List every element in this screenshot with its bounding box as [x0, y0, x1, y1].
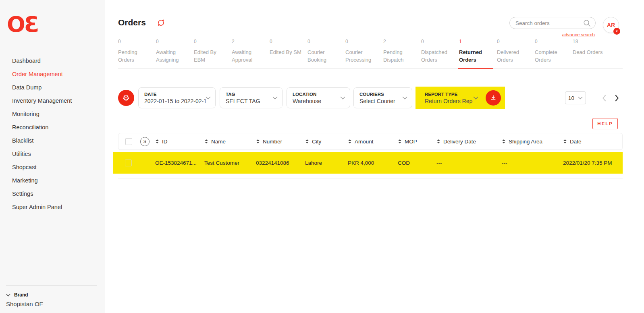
column-header-delivery-date[interactable]: Delivery Date: [437, 139, 502, 145]
column-header-date[interactable]: Date: [563, 139, 622, 145]
tab-pending-orders[interactable]: 0Pending Orders: [118, 38, 150, 68]
tab-count: 2: [383, 38, 415, 46]
column-label: Date: [570, 139, 582, 145]
select-all-checkbox[interactable]: [125, 138, 132, 145]
chevron-down-icon: [272, 96, 278, 99]
sidebar-item-data-dump[interactable]: Data Dump: [12, 81, 105, 94]
tab-edited-by-ebm[interactable]: 0Edited By EBM: [194, 38, 226, 68]
sidebar-item-blacklist[interactable]: Blacklist: [12, 134, 105, 147]
report-type-dropdown[interactable]: REPORT TYPE Return Orders Report: [419, 87, 483, 108]
download-report-button[interactable]: [486, 90, 501, 106]
tab-count: 0: [270, 38, 301, 46]
sidebar-nav: Dashboard Order Management Data Dump Inv…: [6, 54, 105, 214]
couriers-filter-dropdown[interactable]: COURIERS Select Courier: [353, 87, 412, 108]
sidebar-item-marketing[interactable]: Marketing: [12, 174, 105, 187]
refresh-button[interactable]: [156, 18, 166, 27]
tab-awaiting-assigning[interactable]: 0Awaiting Assigning: [156, 38, 188, 68]
select-badge-letter: S: [143, 139, 146, 144]
report-type-value: Return Orders Report: [425, 98, 473, 104]
column-header-shipping-area[interactable]: Shipping Area: [502, 139, 563, 145]
sidebar-item-settings[interactable]: Settings: [12, 187, 105, 200]
sidebar-item-shopcast[interactable]: Shopcast: [12, 160, 105, 174]
tab-pending-dispatch[interactable]: 2Pending Dispatch: [383, 38, 415, 68]
tab-label: Returned Orders: [459, 48, 491, 64]
tab-count: 2: [232, 38, 264, 46]
sidebar-item-monitoring[interactable]: Monitoring: [12, 107, 105, 120]
filter-bar: ⚙ DATE 2022-01-15 to 2022-02-13 TAG SELE…: [118, 87, 644, 109]
column-header-city[interactable]: City: [305, 139, 348, 145]
sidebar-item-inventory-management[interactable]: Inventory Management: [12, 94, 105, 107]
column-label: ID: [162, 139, 168, 145]
tab-courier-processing[interactable]: 0Courier Processing: [345, 38, 377, 68]
cell-id: OE-153824671...: [155, 160, 204, 166]
select-badge[interactable]: S: [140, 137, 150, 146]
gear-icon: ⚙: [123, 93, 130, 103]
column-label: Shipping Area: [509, 139, 542, 145]
location-filter-value: Warehouse: [293, 98, 340, 104]
sort-icon: [305, 139, 309, 143]
row-checkbox[interactable]: [125, 160, 132, 166]
sidebar: OƐ Dashboard Order Management Data Dump …: [0, 0, 105, 313]
tab-count: 18: [573, 38, 605, 46]
tab-returned-orders[interactable]: 1Returned Orders: [459, 38, 491, 68]
location-filter-label: LOCATION: [293, 92, 340, 97]
tag-filter-dropdown[interactable]: TAG SELECT TAG: [220, 87, 283, 108]
tab-complete-orders[interactable]: 0Complete Orders: [535, 38, 567, 68]
cell-shipping-area: ---: [502, 160, 563, 166]
cell-name: Test Customer: [204, 160, 256, 166]
report-type-highlight: REPORT TYPE Return Orders Report: [415, 87, 505, 109]
column-header-mop[interactable]: MOP: [398, 139, 437, 145]
tab-dispatched-orders[interactable]: 0Dispatched Orders: [421, 38, 453, 68]
column-header-name[interactable]: Name: [205, 139, 256, 145]
sidebar-item-dashboard[interactable]: Dashboard: [12, 54, 105, 67]
tab-label: Dispatched Orders: [421, 48, 453, 64]
prev-page-button[interactable]: [602, 95, 607, 102]
sidebar-item-reconciliation[interactable]: Reconciliation: [12, 120, 105, 134]
column-label: MOP: [405, 139, 417, 145]
date-filter-dropdown[interactable]: DATE 2022-01-15 to 2022-02-13: [138, 87, 216, 108]
search-icon: [583, 19, 591, 27]
header-right: advance search AR ▾: [509, 17, 619, 33]
tab-count: 0: [118, 38, 150, 46]
brand-name: Shopistan OE: [6, 301, 97, 307]
cell-amount: PKR 4,000: [348, 160, 398, 166]
avatar-initials: AR: [607, 22, 615, 28]
sidebar-item-order-management[interactable]: Order Management: [12, 67, 105, 81]
user-avatar[interactable]: AR ▾: [603, 17, 619, 33]
column-label: Number: [263, 139, 282, 145]
brand-selector[interactable]: Brand Shopistan OE: [6, 285, 97, 307]
tab-edited-by-sm[interactable]: 0Edited By SM: [270, 38, 301, 68]
tab-count: 0: [345, 38, 377, 46]
next-page-button[interactable]: [615, 95, 619, 102]
tab-courier-booking[interactable]: 0Courier Booking: [307, 38, 339, 68]
settings-gear-button[interactable]: ⚙: [118, 90, 134, 106]
sidebar-item-utilities[interactable]: Utilities: [12, 147, 105, 160]
chevron-down-icon: [340, 96, 345, 99]
app-window: OƐ Dashboard Order Management Data Dump …: [0, 0, 644, 313]
page-size-select[interactable]: 10: [565, 91, 586, 104]
sort-icon: [437, 139, 440, 143]
avatar-caret-badge[interactable]: ▾: [613, 28, 620, 35]
sidebar-item-super-admin-panel[interactable]: Super Admin Panel: [12, 200, 105, 214]
table-bottom-divider: [118, 174, 623, 178]
search-input[interactable]: [515, 20, 583, 26]
tab-dead-orders[interactable]: 18Dead Orders: [573, 38, 605, 68]
tag-filter-label: TAG: [226, 92, 272, 97]
column-header-number[interactable]: Number: [256, 139, 305, 145]
search-box[interactable]: [509, 17, 596, 29]
sort-icon: [348, 139, 351, 143]
page-title: Orders: [118, 18, 146, 27]
couriers-filter-label: COURIERS: [359, 92, 402, 97]
table-row[interactable]: OE-153824671... Test Customer 0322414108…: [113, 152, 623, 174]
column-header-amount[interactable]: Amount: [348, 139, 398, 145]
tab-delivered-orders[interactable]: 0Delivered Orders: [497, 38, 529, 68]
date-filter-label: DATE: [144, 92, 206, 97]
brand-label: Brand: [14, 292, 28, 298]
location-filter-dropdown[interactable]: LOCATION Warehouse: [287, 87, 350, 108]
report-type-label: REPORT TYPE: [425, 92, 473, 97]
column-header-id[interactable]: ID: [156, 139, 205, 145]
advance-search-link[interactable]: advance search: [562, 32, 595, 37]
help-button[interactable]: HELP: [592, 118, 618, 129]
tab-awaiting-approval[interactable]: 2Awaiting Approval: [232, 38, 264, 68]
tab-label: Edited By EBM: [194, 48, 226, 64]
